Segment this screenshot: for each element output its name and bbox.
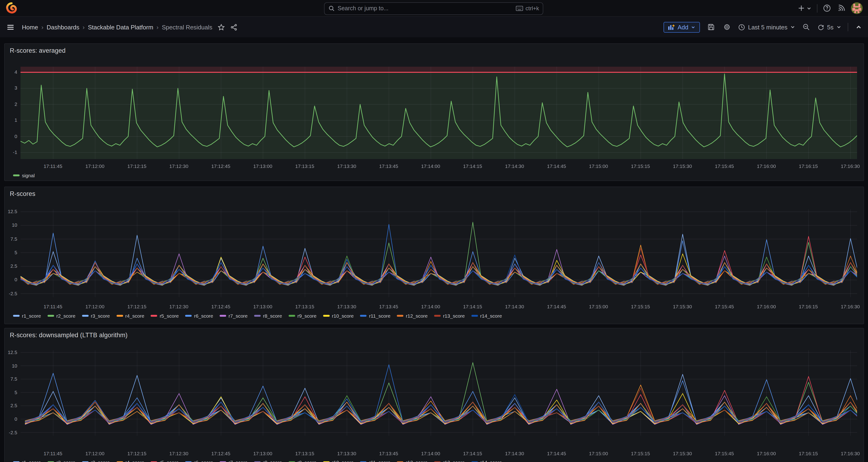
legend-item-r2_score[interactable]: r2_score xyxy=(48,459,75,462)
legend-series-label: r14_score xyxy=(480,313,502,318)
search-icon xyxy=(328,5,335,12)
breadcrumb-dashboards[interactable]: Dashboards xyxy=(46,24,79,31)
mega-menu-toggle[interactable] xyxy=(6,22,16,32)
legend-item-r4_score[interactable]: r4_score xyxy=(116,459,144,462)
x-axis-tick: 17:12:15 xyxy=(117,450,156,456)
help-icon xyxy=(823,4,831,12)
legend-item-r10_score[interactable]: r10_score xyxy=(323,313,353,318)
legend-series-label: signal xyxy=(22,172,35,178)
plot-area[interactable]: 43210-1 xyxy=(20,66,857,159)
legend-item-r11_score[interactable]: r11_score xyxy=(360,459,391,462)
legend-item-r4_score[interactable]: r4_score xyxy=(116,313,144,318)
zoom-out-button[interactable] xyxy=(802,22,811,32)
legend-item-r2_score[interactable]: r2_score xyxy=(48,313,75,318)
legend-item-r13_score[interactable]: r13_score xyxy=(434,459,465,462)
legend-series-color xyxy=(434,461,441,462)
x-axis-tick: 17:15:15 xyxy=(621,163,660,168)
x-axis-tick: 17:15:00 xyxy=(579,163,618,168)
legend-item-signal[interactable]: signal xyxy=(13,172,35,178)
help-button[interactable] xyxy=(822,3,832,13)
plot-area[interactable]: 12.5107.552.50-2.5 xyxy=(20,209,857,297)
x-axis-tick: 17:12:00 xyxy=(75,304,115,309)
legend-series-label: r5_score xyxy=(160,313,179,318)
x-axis-tick: 17:15:30 xyxy=(663,450,702,456)
x-axis-tick: 17:16:15 xyxy=(789,163,828,168)
x-axis-tick: 17:16:15 xyxy=(789,450,828,456)
panel-title[interactable]: R-scores: downsampled (LTTB algorithm) xyxy=(10,331,127,338)
x-axis-tick: 17:14:15 xyxy=(453,304,492,309)
legend-item-r13_score[interactable]: r13_score xyxy=(434,313,465,318)
legend-series-color xyxy=(220,315,226,317)
breadcrumb-folder[interactable]: Stackable Data Platform xyxy=(88,24,153,31)
legend-item-r5_score[interactable]: r5_score xyxy=(151,459,179,462)
legend-item-r1_score[interactable]: r1_score xyxy=(13,313,41,318)
x-axis-tick: 17:13:30 xyxy=(327,163,366,168)
save-dashboard-button[interactable] xyxy=(707,22,716,32)
legend-item-r3_score[interactable]: r3_score xyxy=(82,459,110,462)
x-axis-tick: 17:14:00 xyxy=(411,163,450,168)
y-axis-tick: 2 xyxy=(5,101,17,107)
legend-item-r12_score[interactable]: r12_score xyxy=(397,459,428,462)
y-axis-tick: 4 xyxy=(5,69,17,74)
breadcrumb-home[interactable]: Home xyxy=(22,24,38,31)
legend-series-color xyxy=(82,315,88,317)
legend-item-r9_score[interactable]: r9_score xyxy=(289,313,317,318)
favorite-button[interactable] xyxy=(217,23,226,31)
grafana-logo[interactable] xyxy=(6,2,17,14)
chevron-right-icon: › xyxy=(83,24,85,31)
search-bar[interactable]: ctrl+k xyxy=(324,2,543,15)
collapse-toolbar-button[interactable] xyxy=(855,23,862,31)
legend-item-r8_score[interactable]: r8_score xyxy=(254,459,282,462)
x-axis-tick: 17:13:00 xyxy=(243,450,282,456)
time-range-label: Last 5 minutes xyxy=(748,24,787,31)
add-panel-button[interactable]: Add xyxy=(663,22,700,32)
refresh-interval-label: 5s xyxy=(827,24,834,31)
legend-item-r8_score[interactable]: r8_score xyxy=(254,313,282,318)
time-range-picker[interactable]: Last 5 minutes xyxy=(738,24,795,31)
search-input[interactable] xyxy=(338,5,513,12)
y-axis-tick: -2.5 xyxy=(5,429,17,435)
share-button[interactable] xyxy=(230,23,239,31)
x-axis-tick: 17:16:30 xyxy=(831,163,868,168)
legend-series-color xyxy=(323,315,330,317)
plot-area[interactable]: 12.5107.552.50-2.5 xyxy=(20,350,857,436)
x-axis-tick: 17:11:45 xyxy=(33,163,72,168)
legend-item-r14_score[interactable]: r14_score xyxy=(471,459,502,462)
legend-series-color xyxy=(397,315,404,317)
legend-series-color xyxy=(360,461,367,462)
legend-item-r6_score[interactable]: r6_score xyxy=(185,313,213,318)
legend-series-label: r10_score xyxy=(332,459,353,462)
dashboard-settings-button[interactable] xyxy=(722,22,732,32)
legend-item-r1_score[interactable]: r1_score xyxy=(13,459,41,462)
legend-item-r3_score[interactable]: r3_score xyxy=(82,313,110,318)
legend-series-color xyxy=(48,461,54,462)
panel-title[interactable]: R-scores xyxy=(10,190,35,197)
chevron-down-icon xyxy=(691,25,695,29)
legend-item-r10_score[interactable]: r10_score xyxy=(323,459,353,462)
legend-item-r6_score[interactable]: r6_score xyxy=(185,459,213,462)
avatar[interactable] xyxy=(851,2,862,14)
legend-item-r7_score[interactable]: r7_score xyxy=(220,459,248,462)
legend-series-color xyxy=(116,315,123,317)
legend-series-color xyxy=(151,461,157,462)
x-axis-tick: 17:16:15 xyxy=(789,304,828,309)
refresh-picker[interactable]: 5s xyxy=(817,24,841,31)
legend-series-label: r9_score xyxy=(298,313,317,318)
legend-item-r7_score[interactable]: r7_score xyxy=(220,313,248,318)
chevron-down-icon xyxy=(806,6,811,10)
legend-item-r11_score[interactable]: r11_score xyxy=(360,313,391,318)
legend-item-r14_score[interactable]: r14_score xyxy=(471,313,502,318)
x-axis-tick: 17:12:30 xyxy=(159,450,198,456)
panel-title[interactable]: R-scores: averaged xyxy=(10,47,65,54)
legend-series-label: r1_score xyxy=(22,313,41,318)
legend-item-r12_score[interactable]: r12_score xyxy=(397,313,428,318)
x-axis-tick: 17:13:15 xyxy=(285,163,324,168)
legend-item-r5_score[interactable]: r5_score xyxy=(151,313,179,318)
y-axis-tick: 10 xyxy=(5,363,17,368)
legend-item-r9_score[interactable]: r9_score xyxy=(289,459,317,462)
news-button[interactable] xyxy=(836,3,846,13)
legend-series-color xyxy=(289,315,295,317)
clock-icon xyxy=(738,24,745,31)
y-axis-tick: -1 xyxy=(5,149,17,155)
new-button[interactable] xyxy=(797,4,812,12)
